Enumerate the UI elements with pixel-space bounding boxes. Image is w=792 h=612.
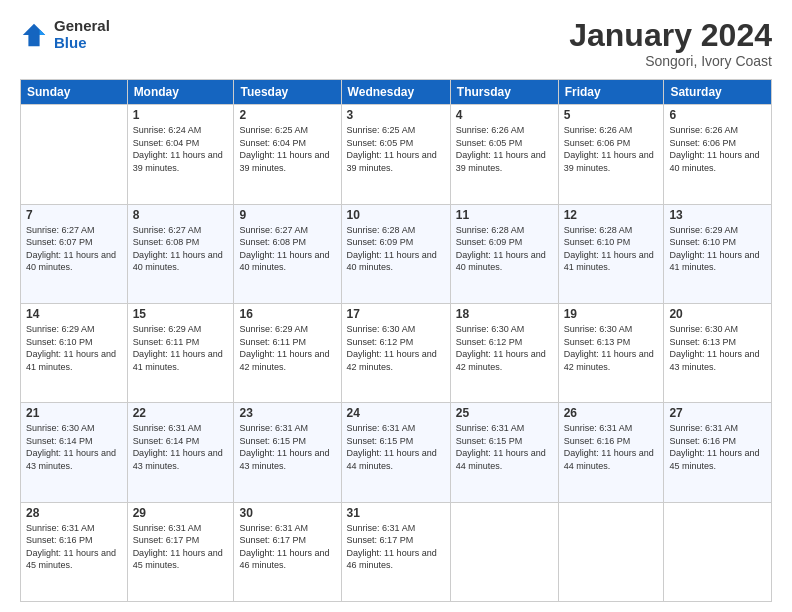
- calendar-cell: 31Sunrise: 6:31 AMSunset: 6:17 PMDayligh…: [341, 502, 450, 601]
- column-header-tuesday: Tuesday: [234, 80, 341, 105]
- calendar-week-3: 14Sunrise: 6:29 AMSunset: 6:10 PMDayligh…: [21, 303, 772, 402]
- calendar-cell: 23Sunrise: 6:31 AMSunset: 6:15 PMDayligh…: [234, 403, 341, 502]
- title-block: January 2024 Songori, Ivory Coast: [569, 18, 772, 69]
- day-number: 31: [347, 506, 445, 520]
- day-info: Sunrise: 6:29 AMSunset: 6:11 PMDaylight:…: [133, 323, 229, 373]
- day-number: 28: [26, 506, 122, 520]
- day-info: Sunrise: 6:27 AMSunset: 6:08 PMDaylight:…: [133, 224, 229, 274]
- day-number: 5: [564, 108, 659, 122]
- calendar-cell: 1Sunrise: 6:24 AMSunset: 6:04 PMDaylight…: [127, 105, 234, 204]
- day-number: 1: [133, 108, 229, 122]
- calendar-cell: 30Sunrise: 6:31 AMSunset: 6:17 PMDayligh…: [234, 502, 341, 601]
- day-number: 20: [669, 307, 766, 321]
- day-number: 23: [239, 406, 335, 420]
- header: General Blue January 2024 Songori, Ivory…: [20, 18, 772, 69]
- day-number: 9: [239, 208, 335, 222]
- day-number: 24: [347, 406, 445, 420]
- day-number: 18: [456, 307, 553, 321]
- day-info: Sunrise: 6:28 AMSunset: 6:09 PMDaylight:…: [456, 224, 553, 274]
- day-number: 8: [133, 208, 229, 222]
- day-number: 30: [239, 506, 335, 520]
- day-number: 29: [133, 506, 229, 520]
- day-number: 11: [456, 208, 553, 222]
- day-number: 19: [564, 307, 659, 321]
- column-header-monday: Monday: [127, 80, 234, 105]
- calendar-cell: 2Sunrise: 6:25 AMSunset: 6:04 PMDaylight…: [234, 105, 341, 204]
- calendar-cell: 4Sunrise: 6:26 AMSunset: 6:05 PMDaylight…: [450, 105, 558, 204]
- calendar-cell: 24Sunrise: 6:31 AMSunset: 6:15 PMDayligh…: [341, 403, 450, 502]
- day-info: Sunrise: 6:29 AMSunset: 6:10 PMDaylight:…: [669, 224, 766, 274]
- day-number: 25: [456, 406, 553, 420]
- day-info: Sunrise: 6:30 AMSunset: 6:12 PMDaylight:…: [456, 323, 553, 373]
- column-header-thursday: Thursday: [450, 80, 558, 105]
- day-info: Sunrise: 6:25 AMSunset: 6:04 PMDaylight:…: [239, 124, 335, 174]
- calendar-cell: 17Sunrise: 6:30 AMSunset: 6:12 PMDayligh…: [341, 303, 450, 402]
- calendar-cell: 8Sunrise: 6:27 AMSunset: 6:08 PMDaylight…: [127, 204, 234, 303]
- calendar-cell: [664, 502, 772, 601]
- calendar-cell: 7Sunrise: 6:27 AMSunset: 6:07 PMDaylight…: [21, 204, 128, 303]
- day-number: 12: [564, 208, 659, 222]
- day-info: Sunrise: 6:31 AMSunset: 6:14 PMDaylight:…: [133, 422, 229, 472]
- calendar-cell: 11Sunrise: 6:28 AMSunset: 6:09 PMDayligh…: [450, 204, 558, 303]
- calendar-cell: 21Sunrise: 6:30 AMSunset: 6:14 PMDayligh…: [21, 403, 128, 502]
- day-info: Sunrise: 6:28 AMSunset: 6:09 PMDaylight:…: [347, 224, 445, 274]
- day-info: Sunrise: 6:28 AMSunset: 6:10 PMDaylight:…: [564, 224, 659, 274]
- logo-blue-text: Blue: [54, 35, 110, 52]
- day-number: 4: [456, 108, 553, 122]
- day-info: Sunrise: 6:26 AMSunset: 6:06 PMDaylight:…: [669, 124, 766, 174]
- calendar-cell: 3Sunrise: 6:25 AMSunset: 6:05 PMDaylight…: [341, 105, 450, 204]
- calendar-cell: 27Sunrise: 6:31 AMSunset: 6:16 PMDayligh…: [664, 403, 772, 502]
- day-info: Sunrise: 6:30 AMSunset: 6:13 PMDaylight:…: [669, 323, 766, 373]
- calendar-cell: 14Sunrise: 6:29 AMSunset: 6:10 PMDayligh…: [21, 303, 128, 402]
- day-info: Sunrise: 6:30 AMSunset: 6:13 PMDaylight:…: [564, 323, 659, 373]
- day-info: Sunrise: 6:31 AMSunset: 6:17 PMDaylight:…: [347, 522, 445, 572]
- day-info: Sunrise: 6:29 AMSunset: 6:10 PMDaylight:…: [26, 323, 122, 373]
- day-number: 26: [564, 406, 659, 420]
- day-info: Sunrise: 6:31 AMSunset: 6:16 PMDaylight:…: [26, 522, 122, 572]
- day-number: 15: [133, 307, 229, 321]
- calendar-cell: 15Sunrise: 6:29 AMSunset: 6:11 PMDayligh…: [127, 303, 234, 402]
- calendar-cell: 28Sunrise: 6:31 AMSunset: 6:16 PMDayligh…: [21, 502, 128, 601]
- day-number: 27: [669, 406, 766, 420]
- day-number: 13: [669, 208, 766, 222]
- day-info: Sunrise: 6:26 AMSunset: 6:06 PMDaylight:…: [564, 124, 659, 174]
- calendar-week-4: 21Sunrise: 6:30 AMSunset: 6:14 PMDayligh…: [21, 403, 772, 502]
- day-info: Sunrise: 6:31 AMSunset: 6:15 PMDaylight:…: [347, 422, 445, 472]
- calendar-cell: 5Sunrise: 6:26 AMSunset: 6:06 PMDaylight…: [558, 105, 664, 204]
- logo: General Blue: [20, 18, 110, 51]
- day-number: 14: [26, 307, 122, 321]
- logo-general-text: General: [54, 18, 110, 35]
- calendar-cell: 10Sunrise: 6:28 AMSunset: 6:09 PMDayligh…: [341, 204, 450, 303]
- day-number: 3: [347, 108, 445, 122]
- day-number: 7: [26, 208, 122, 222]
- page: General Blue January 2024 Songori, Ivory…: [0, 0, 792, 612]
- calendar-cell: 19Sunrise: 6:30 AMSunset: 6:13 PMDayligh…: [558, 303, 664, 402]
- calendar-cell: 18Sunrise: 6:30 AMSunset: 6:12 PMDayligh…: [450, 303, 558, 402]
- day-number: 2: [239, 108, 335, 122]
- column-header-saturday: Saturday: [664, 80, 772, 105]
- calendar-cell: 16Sunrise: 6:29 AMSunset: 6:11 PMDayligh…: [234, 303, 341, 402]
- day-number: 22: [133, 406, 229, 420]
- day-info: Sunrise: 6:25 AMSunset: 6:05 PMDaylight:…: [347, 124, 445, 174]
- day-info: Sunrise: 6:31 AMSunset: 6:15 PMDaylight:…: [456, 422, 553, 472]
- day-info: Sunrise: 6:31 AMSunset: 6:17 PMDaylight:…: [133, 522, 229, 572]
- day-info: Sunrise: 6:31 AMSunset: 6:16 PMDaylight:…: [669, 422, 766, 472]
- calendar-cell: 26Sunrise: 6:31 AMSunset: 6:16 PMDayligh…: [558, 403, 664, 502]
- day-info: Sunrise: 6:31 AMSunset: 6:17 PMDaylight:…: [239, 522, 335, 572]
- calendar-cell: [558, 502, 664, 601]
- calendar-week-5: 28Sunrise: 6:31 AMSunset: 6:16 PMDayligh…: [21, 502, 772, 601]
- day-number: 16: [239, 307, 335, 321]
- column-header-sunday: Sunday: [21, 80, 128, 105]
- calendar-header-row: SundayMondayTuesdayWednesdayThursdayFrid…: [21, 80, 772, 105]
- day-number: 21: [26, 406, 122, 420]
- day-info: Sunrise: 6:26 AMSunset: 6:05 PMDaylight:…: [456, 124, 553, 174]
- calendar-cell: 29Sunrise: 6:31 AMSunset: 6:17 PMDayligh…: [127, 502, 234, 601]
- column-header-wednesday: Wednesday: [341, 80, 450, 105]
- day-info: Sunrise: 6:29 AMSunset: 6:11 PMDaylight:…: [239, 323, 335, 373]
- calendar-table: SundayMondayTuesdayWednesdayThursdayFrid…: [20, 79, 772, 602]
- calendar-cell: 13Sunrise: 6:29 AMSunset: 6:10 PMDayligh…: [664, 204, 772, 303]
- day-info: Sunrise: 6:30 AMSunset: 6:14 PMDaylight:…: [26, 422, 122, 472]
- logo-text: General Blue: [54, 18, 110, 51]
- logo-icon: [20, 21, 48, 49]
- calendar-cell: 20Sunrise: 6:30 AMSunset: 6:13 PMDayligh…: [664, 303, 772, 402]
